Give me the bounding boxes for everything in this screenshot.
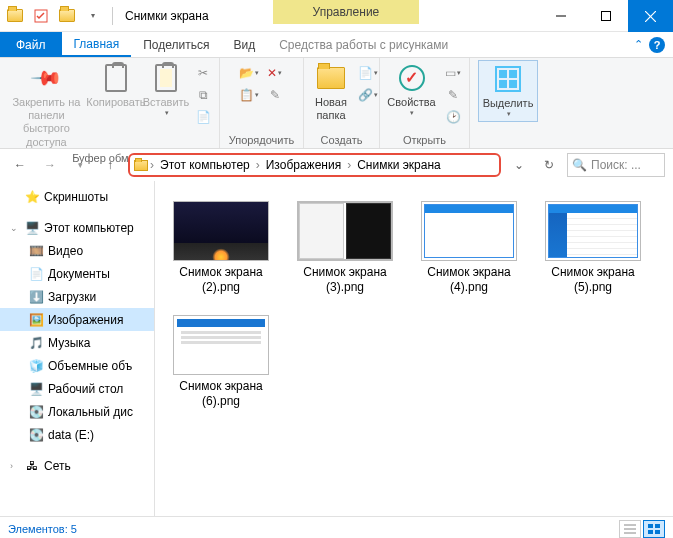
cut-button[interactable]: ✂ bbox=[191, 62, 215, 84]
search-placeholder: Поиск: ... bbox=[591, 158, 641, 172]
file-name-label: Снимок экрана (2).png bbox=[169, 265, 273, 295]
copy-icon bbox=[100, 62, 132, 94]
sidebar-label: Рабочий стол bbox=[48, 382, 123, 396]
ribbon-tabs: Файл Главная Поделиться Вид Средства раб… bbox=[0, 32, 673, 58]
navigation-pane[interactable]: ⭐ Скриншоты ⌄🖥️ Этот компьютер 🎞️ Видео … bbox=[0, 181, 155, 516]
minimize-button[interactable] bbox=[538, 0, 583, 32]
rename-button[interactable]: ✎ bbox=[263, 84, 287, 106]
downloads-icon: ⬇️ bbox=[28, 289, 44, 305]
disk-icon: 💽 bbox=[28, 404, 44, 420]
pc-icon: 🖥️ bbox=[24, 220, 40, 236]
file-item[interactable]: Снимок экрана (5).png bbox=[541, 201, 645, 295]
file-name-label: Снимок экрана (4).png bbox=[417, 265, 521, 295]
sidebar-item-videos[interactable]: 🎞️ Видео bbox=[0, 239, 154, 262]
contextual-tab-manage[interactable]: Управление bbox=[273, 0, 420, 24]
tab-file[interactable]: Файл bbox=[0, 32, 62, 57]
file-item[interactable]: Снимок экрана (3).png bbox=[293, 201, 397, 295]
sidebar-item-3dobjects[interactable]: 🧊 Объемные объ bbox=[0, 354, 154, 377]
pin-label: Закрепить на панели быстрого доступа bbox=[8, 96, 85, 149]
group-new-label: Создать bbox=[308, 133, 375, 148]
paste-shortcut-button[interactable]: 📄 bbox=[191, 106, 215, 128]
tab-home[interactable]: Главная bbox=[62, 32, 132, 57]
copypath-button[interactable]: ⧉ bbox=[191, 84, 215, 106]
thumbnail-icon bbox=[297, 201, 393, 261]
breadcrumb-pc[interactable]: Этот компьютер bbox=[156, 158, 254, 172]
forward-button[interactable]: → bbox=[38, 153, 62, 177]
desktop-icon: 🖥️ bbox=[28, 381, 44, 397]
thumbnail-icon bbox=[421, 201, 517, 261]
sidebar-item-desktop[interactable]: 🖥️ Рабочий стол bbox=[0, 377, 154, 400]
delete-button[interactable]: ✕▾ bbox=[263, 62, 287, 84]
file-list[interactable]: Снимок экрана (2).png Снимок экрана (3).… bbox=[155, 181, 673, 516]
file-item[interactable]: Снимок экрана (6).png bbox=[169, 315, 273, 409]
newfolder-button[interactable]: Новая папка bbox=[308, 60, 354, 124]
file-item[interactable]: Снимок экрана (2).png bbox=[169, 201, 273, 295]
pin-quickaccess-button[interactable]: 📌 Закрепить на панели быстрого доступа bbox=[4, 60, 89, 151]
sidebar-item-data-drive[interactable]: 💽 data (E:) bbox=[0, 423, 154, 446]
up-button[interactable]: ↑ bbox=[98, 153, 122, 177]
address-dropdown-button[interactable]: ⌄ bbox=[507, 153, 531, 177]
sidebar-item-quickaccess[interactable]: ⭐ Скриншоты bbox=[0, 185, 154, 208]
open-button[interactable]: ▭▾ bbox=[441, 62, 465, 84]
qat-newfolder-icon[interactable] bbox=[56, 5, 78, 27]
thumbnail-icon bbox=[545, 201, 641, 261]
svg-rect-9 bbox=[655, 524, 660, 528]
titlebar: ▾ Снимки экрана Управление bbox=[0, 0, 673, 32]
sidebar-item-downloads[interactable]: ⬇️ Загрузки bbox=[0, 285, 154, 308]
disk-icon: 💽 bbox=[28, 427, 44, 443]
tab-picture-tools[interactable]: Средства работы с рисунками bbox=[267, 32, 460, 57]
star-icon: ⭐ bbox=[24, 189, 40, 205]
ribbon-collapse-icon[interactable]: ⌃ bbox=[634, 38, 643, 51]
chevron-right-icon[interactable]: › bbox=[254, 158, 262, 172]
sidebar-item-network[interactable]: ›🖧 Сеть bbox=[0, 454, 154, 477]
history-button[interactable]: 🕑 bbox=[441, 106, 465, 128]
chevron-right-icon[interactable]: › bbox=[148, 158, 156, 172]
svg-rect-11 bbox=[655, 530, 660, 534]
help-icon[interactable]: ? bbox=[649, 37, 665, 53]
sidebar-label: Сеть bbox=[44, 459, 71, 473]
back-button[interactable]: ← bbox=[8, 153, 32, 177]
edit-button[interactable]: ✎ bbox=[441, 84, 465, 106]
breadcrumb-root-icon[interactable] bbox=[134, 160, 148, 171]
newitem-button[interactable]: 📄▾ bbox=[356, 62, 380, 84]
breadcrumb-screenshots[interactable]: Снимки экрана bbox=[353, 158, 445, 172]
search-input[interactable]: 🔍 Поиск: ... bbox=[567, 153, 665, 177]
check-icon: ✓ bbox=[396, 62, 428, 94]
sidebar-label: Видео bbox=[48, 244, 83, 258]
sidebar-label: Объемные объ bbox=[48, 359, 132, 373]
qat-properties-icon[interactable] bbox=[30, 5, 52, 27]
tab-view[interactable]: Вид bbox=[221, 32, 267, 57]
properties-button[interactable]: ✓ Свойства ▾ bbox=[384, 60, 439, 120]
sidebar-item-documents[interactable]: 📄 Документы bbox=[0, 262, 154, 285]
recent-button[interactable]: ▾ bbox=[68, 153, 92, 177]
details-view-button[interactable] bbox=[619, 520, 641, 538]
statusbar: Элементов: 5 bbox=[0, 516, 673, 538]
close-button[interactable] bbox=[628, 0, 673, 32]
maximize-button[interactable] bbox=[583, 0, 628, 32]
qat-folder-icon[interactable] bbox=[4, 5, 26, 27]
sidebar-item-thispc[interactable]: ⌄🖥️ Этот компьютер bbox=[0, 216, 154, 239]
group-open-label: Открыть bbox=[384, 133, 465, 148]
sidebar-item-pictures[interactable]: 🖼️ Изображения bbox=[0, 308, 154, 331]
sidebar-item-music[interactable]: 🎵 Музыка bbox=[0, 331, 154, 354]
thumbnails-view-button[interactable] bbox=[643, 520, 665, 538]
tab-share[interactable]: Поделиться bbox=[131, 32, 221, 57]
paste-label: Вставить bbox=[143, 96, 190, 109]
qat-customize-icon[interactable]: ▾ bbox=[82, 5, 104, 27]
moveto-button[interactable]: 📂▾ bbox=[237, 62, 261, 84]
breadcrumb-pictures[interactable]: Изображения bbox=[262, 158, 345, 172]
sidebar-label: Изображения bbox=[48, 313, 123, 327]
chevron-right-icon[interactable]: › bbox=[345, 158, 353, 172]
sidebar-item-localdisk[interactable]: 💽 Локальный дис bbox=[0, 400, 154, 423]
sidebar-label: Загрузки bbox=[48, 290, 96, 304]
svg-rect-2 bbox=[601, 12, 610, 21]
newfolder-label: Новая папка bbox=[315, 96, 347, 122]
copyto-button[interactable]: 📋▾ bbox=[237, 84, 261, 106]
paste-button[interactable]: Вставить ▾ bbox=[143, 60, 189, 120]
address-bar[interactable]: › Этот компьютер › Изображения › Снимки … bbox=[128, 153, 501, 177]
select-button[interactable]: Выделить ▾ bbox=[478, 60, 539, 122]
refresh-button[interactable]: ↻ bbox=[537, 153, 561, 177]
easyaccess-button[interactable]: 🔗▾ bbox=[356, 84, 380, 106]
file-item[interactable]: Снимок экрана (4).png bbox=[417, 201, 521, 295]
copy-button[interactable]: Копировать bbox=[91, 60, 141, 111]
